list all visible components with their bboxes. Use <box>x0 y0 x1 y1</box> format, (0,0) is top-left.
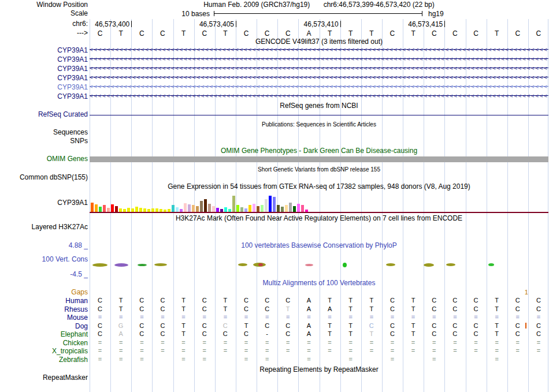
gtex-bar[interactable] <box>91 203 94 212</box>
multiz-cell: = <box>90 339 110 346</box>
gtex-bar[interactable] <box>265 199 268 212</box>
gtex-bar[interactable] <box>168 209 170 212</box>
gtex-bar[interactable] <box>248 205 251 212</box>
gtex-bar[interactable] <box>176 207 179 212</box>
gene-label[interactable]: CYP39A1 <box>0 46 88 54</box>
repeatmasker-track-title[interactable]: Repeating Elements by RepeatMasker <box>90 366 548 374</box>
gtex-bar[interactable] <box>244 208 247 212</box>
gtex-bar[interactable] <box>188 204 191 212</box>
gtex-bar[interactable] <box>196 206 199 212</box>
species-label[interactable]: X_tropicalis <box>0 347 88 355</box>
gtex-bar[interactable] <box>99 207 102 212</box>
gene-transcript-line[interactable]: <<<<<<<<<<<<<<<<<<<<<<<<<<<<<<<<<<<<<<<<… <box>90 55 548 63</box>
gene-label[interactable]: CYP39A1 <box>0 65 88 73</box>
repeatmasker-label[interactable]: RepeatMasker <box>0 374 88 382</box>
refseq-curated-item[interactable] <box>90 115 548 115</box>
gtex-bar[interactable] <box>297 204 300 212</box>
multiz-track-title[interactable]: Multiz Alignments of 100 Vertebrates <box>90 279 548 287</box>
omim-gene-bar[interactable] <box>90 156 548 162</box>
gtex-bar[interactable] <box>293 206 296 212</box>
gtex-bar[interactable] <box>224 207 227 212</box>
gtex-bar[interactable] <box>285 205 288 212</box>
gtex-bar[interactable] <box>139 208 142 212</box>
gene-transcript-line[interactable]: <<<<<<<<<<<<<<<<<<<<<<<<<<<<<<<<<<<<<<<<… <box>90 64 548 72</box>
gencode-track-title[interactable]: GENCODE V49lift37 (3 items filtered out) <box>90 38 548 46</box>
multiz-cell: = <box>236 347 257 354</box>
gene-transcript-line[interactable]: <<<<<<<<<<<<<<<<<<<<<<<<<<<<<<<<<<<<<<<<… <box>90 46 548 54</box>
gtex-bar[interactable] <box>273 197 276 212</box>
gtex-bar[interactable] <box>208 204 211 212</box>
gtex-bar[interactable] <box>212 206 215 212</box>
omim-genes-label[interactable]: OMIM Genes <box>0 155 88 163</box>
refseq-track-title[interactable]: RefSeq genes from NCBI <box>90 102 548 110</box>
gtex-bar[interactable] <box>147 209 150 212</box>
gtex-bar[interactable] <box>232 196 235 212</box>
gtex-track-title[interactable]: Gene Expression in 54 tissues from GTEx … <box>90 183 548 191</box>
gtex-bar[interactable] <box>184 203 187 212</box>
species-label[interactable]: Zebrafish <box>0 356 88 364</box>
gtex-bar[interactable] <box>220 209 223 212</box>
gtex-bar[interactable] <box>119 208 122 212</box>
multiz-cell: A <box>110 330 131 337</box>
gtex-bar[interactable] <box>257 206 259 212</box>
h3k27ac-label[interactable]: Layered H3K27Ac <box>0 223 88 231</box>
species-label[interactable]: Elephant <box>0 330 88 338</box>
multiz-cell: C <box>236 330 257 337</box>
gtex-bar[interactable] <box>111 204 114 212</box>
gene-label[interactable]: CYP39A1 <box>0 83 88 91</box>
gtex-bar[interactable] <box>115 206 118 212</box>
gtex-bar[interactable] <box>289 203 292 212</box>
gtex-bar[interactable] <box>159 209 162 212</box>
h3k27ac-track-title[interactable]: H3K27Ac Mark (Often Found Near Active Re… <box>90 215 548 222</box>
gtex-bar[interactable] <box>192 205 195 212</box>
gtex-bar[interactable] <box>131 208 134 212</box>
gtex-bar[interactable] <box>228 209 231 212</box>
phylop-track-title[interactable]: 100 vertebrates Basewise Conservation by… <box>90 242 548 249</box>
gtex-bar[interactable] <box>305 210 308 212</box>
gtex-bar[interactable] <box>216 208 219 212</box>
gtex-gene-label[interactable]: CYP39A1 <box>0 199 88 207</box>
gtex-bar[interactable] <box>107 208 110 212</box>
species-label[interactable]: Mouse <box>0 313 88 322</box>
omim-track-title[interactable]: OMIM Gene Phenotypes - Dark Green Can Be… <box>90 147 548 155</box>
gene-transcript-line[interactable]: <<<<<<<<<<<<<<<<<<<<<<<<<<<<<<<<<<<<<<<<… <box>90 83 548 91</box>
gtex-bar[interactable] <box>236 205 239 212</box>
gene-transcript-line[interactable]: <<<<<<<<<<<<<<<<<<<<<<<<<<<<<<<<<<<<<<<<… <box>90 73 548 81</box>
gtex-bar[interactable] <box>281 207 284 212</box>
gtex-bar[interactable] <box>127 208 130 212</box>
gene-transcript-line[interactable]: <<<<<<<<<<<<<<<<<<<<<<<<<<<<<<<<<<<<<<<<… <box>90 92 548 100</box>
gtex-bar[interactable] <box>253 204 255 212</box>
gene-label[interactable]: CYP39A1 <box>0 55 88 64</box>
gtex-bar[interactable] <box>180 209 183 212</box>
snps-label[interactable]: SNPs <box>0 137 88 145</box>
gtex-bar[interactable] <box>123 209 126 212</box>
gtex-bar[interactable] <box>301 205 304 212</box>
gtex-bar[interactable] <box>261 205 264 212</box>
species-label[interactable]: Human <box>0 297 88 305</box>
dbsnp-label[interactable]: Common dbSNP(155) <box>0 174 88 181</box>
sequences-label[interactable]: Sequences <box>0 129 88 136</box>
gene-label[interactable]: CYP39A1 <box>0 74 88 82</box>
gtex-bar[interactable] <box>135 207 138 212</box>
gtex-bar[interactable] <box>103 205 106 212</box>
species-label[interactable]: Dog <box>0 322 88 330</box>
multiz-cell: = <box>215 347 236 354</box>
publications-track-title[interactable]: Publications: Sequences in Scientific Ar… <box>90 121 548 128</box>
dbsnp-track-title[interactable]: Short Genetic Variants from dbSNP releas… <box>90 166 548 173</box>
refseq-curated-label[interactable]: RefSeq Curated <box>0 111 88 118</box>
gtex-bar[interactable] <box>277 205 280 212</box>
gtex-bar[interactable] <box>204 199 207 212</box>
gtex-bar[interactable] <box>155 208 158 212</box>
gtex-bar[interactable] <box>172 205 175 212</box>
gtex-bar[interactable] <box>151 208 154 212</box>
gene-label[interactable]: CYP39A1 <box>0 92 88 100</box>
gtex-bar[interactable] <box>269 196 272 212</box>
gtex-bar[interactable] <box>164 210 166 212</box>
phylop-label[interactable]: 100 Vert. Cons <box>0 256 88 263</box>
gtex-bar[interactable] <box>143 208 146 212</box>
species-label[interactable]: Rhesus <box>0 305 88 313</box>
gtex-bar[interactable] <box>240 207 243 212</box>
species-label[interactable]: Chicken <box>0 339 88 347</box>
gtex-bar[interactable] <box>95 204 98 212</box>
gtex-bar[interactable] <box>200 201 203 212</box>
